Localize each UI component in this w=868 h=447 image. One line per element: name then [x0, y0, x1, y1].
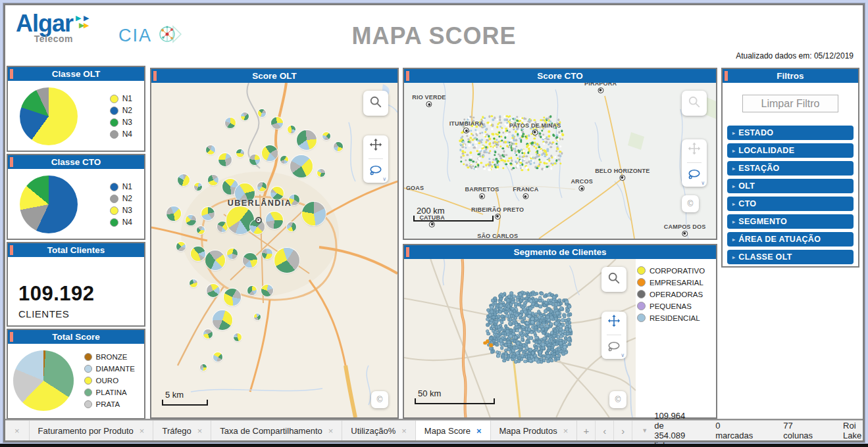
cluster-dot — [528, 315, 531, 318]
status-dropdown-caret-icon[interactable]: ▼ — [642, 421, 648, 440]
map-attribution-button[interactable]: © — [682, 195, 699, 212]
filter-button-area-de-atuacao[interactable]: ▸ÁREA DE ATUAÇÃO — [727, 232, 854, 247]
legend-item-n4: N4 — [110, 129, 132, 139]
filter-button-olt[interactable]: ▸OLT — [727, 179, 854, 193]
tab-taxa-de-compartilhamento[interactable]: Taxa de Compartilhamento× — [211, 421, 342, 440]
map-zoom-button[interactable] — [601, 267, 626, 292]
panel-total-clientes: Total Clientes 109.192 CLIENTES — [7, 242, 145, 327]
cluster-dot — [560, 307, 563, 310]
chevron-down-icon[interactable]: ∨ — [621, 352, 625, 358]
cluster-dot — [537, 329, 540, 333]
close-icon[interactable]: × — [563, 426, 569, 436]
legend-label: N3 — [122, 206, 132, 215]
legend-label: N4 — [122, 129, 132, 139]
filter-button-cto[interactable]: ▸CTO — [727, 197, 854, 211]
city-marker-icon — [479, 193, 485, 199]
close-icon[interactable]: × — [197, 426, 203, 436]
cluster-dot — [568, 305, 571, 308]
legend-label: DIAMANTE — [96, 365, 135, 373]
prev-tab-button[interactable]: ‹ — [596, 421, 614, 440]
cluster-dot — [486, 330, 490, 333]
cluster-dot — [509, 318, 512, 321]
legend-label: N4 — [122, 218, 132, 227]
cluster-dot — [515, 360, 518, 364]
tab-scrolled[interactable]: × — [5, 421, 30, 440]
legend-item-n2: N2 — [110, 194, 132, 203]
cluster-dot — [559, 342, 563, 345]
cluster-dot — [522, 344, 525, 347]
next-tab-button[interactable]: › — [614, 421, 632, 440]
cluster-dot — [523, 350, 526, 354]
scale-bar — [413, 216, 494, 222]
panel-header: Classe OLT — [8, 67, 144, 81]
panel-score-cto: Score CTO RIO VERDE — [403, 68, 717, 240]
map-pie-marker — [203, 329, 213, 339]
tab-mapa-produtos[interactable]: Mapa Produtos× — [491, 421, 578, 440]
classe-olt-pie-chart[interactable] — [20, 87, 78, 145]
map-zoom-button[interactable] — [682, 91, 707, 116]
score-olt-map-canvas[interactable]: UBERLÂNDIA ∨ 5 km © — [151, 83, 397, 417]
lasso-icon[interactable] — [687, 168, 702, 184]
cluster-dot — [567, 332, 570, 335]
segmento-map-canvas[interactable]: ∨ 50 km © — [404, 259, 636, 417]
cluster-dot — [558, 348, 561, 351]
filter-button-classe-olt[interactable]: ▸CLASSE OLT — [727, 250, 854, 264]
filter-button-estacao[interactable]: ▸ESTAÇÃO — [727, 161, 854, 176]
pan-icon[interactable] — [607, 314, 621, 330]
map-zoom-button[interactable] — [363, 91, 388, 116]
chevron-down-icon[interactable]: ∨ — [382, 176, 386, 182]
map-tools: ∨ — [682, 139, 707, 187]
legend-swatch — [110, 95, 118, 103]
tab-faturamento-por-produto[interactable]: Faturamento por Produto× — [30, 421, 154, 440]
lasso-icon[interactable] — [369, 164, 383, 180]
filter-button-localidade[interactable]: ▸LOCALIDADE — [727, 143, 854, 158]
lasso-icon[interactable] — [607, 341, 621, 356]
map-pie-marker — [205, 250, 225, 270]
cluster-dot — [500, 321, 503, 324]
score-cto-map-canvas[interactable]: RIO VERDEITUMBIARAPATOS DE MINASPIRAPORA… — [404, 83, 716, 239]
cluster-dot — [521, 338, 524, 341]
data-table-name: Roi Lake — [843, 421, 861, 440]
close-icon[interactable]: × — [14, 426, 20, 436]
close-icon[interactable]: × — [476, 426, 482, 436]
legend-item-bronze: BRONZE — [84, 353, 135, 361]
cluster-dot — [506, 330, 509, 333]
legend-swatch — [110, 195, 118, 203]
tab-mapa-score[interactable]: Mapa Score× — [416, 421, 491, 440]
close-icon[interactable]: × — [401, 426, 407, 436]
cluster-dot — [565, 328, 569, 331]
panel-filtros: Filtros Limpar Filtro ▸ESTADO▸LOCALIDADE… — [721, 68, 859, 268]
cluster-dot — [515, 314, 519, 317]
add-tab-button[interactable]: + — [577, 421, 596, 440]
pan-icon[interactable] — [688, 142, 701, 158]
cluster-dot — [503, 359, 506, 362]
filter-button-segmento[interactable]: ▸SEGMENTO — [727, 214, 854, 229]
tab-utilizacao[interactable]: Utilização%× — [342, 421, 416, 440]
panel-header: Score CTO — [404, 69, 716, 83]
filter-button-estado[interactable]: ▸ESTADO — [727, 126, 854, 140]
pan-icon[interactable] — [369, 138, 382, 154]
total-score-pie-chart[interactable] — [13, 350, 74, 411]
map-pie-marker — [226, 206, 254, 234]
tab-trafego[interactable]: Tráfego× — [153, 421, 211, 440]
classe-cto-pie-chart[interactable] — [20, 176, 78, 233]
city-label: BARRETOS — [465, 186, 499, 193]
chevron-down-icon[interactable]: ∨ — [701, 180, 705, 186]
scale-label: 200 km — [417, 206, 494, 216]
cluster-dot — [554, 306, 557, 310]
cluster-dot — [523, 317, 526, 320]
close-icon[interactable]: × — [328, 426, 334, 436]
search-icon — [607, 271, 621, 287]
cluster-dot — [542, 346, 545, 350]
map-attribution-button[interactable]: © — [371, 391, 388, 408]
header-accent — [10, 332, 13, 342]
map-pie-marker — [234, 333, 242, 341]
panel-header: Total Score — [8, 330, 144, 344]
legend-item-prata: PRATA — [84, 400, 135, 408]
clear-filter-button[interactable]: Limpar Filtro — [742, 95, 838, 112]
map-attribution-button[interactable]: © — [609, 391, 626, 408]
cluster-dot — [530, 337, 533, 340]
close-icon[interactable]: × — [140, 426, 145, 436]
outlier-dot — [489, 344, 493, 348]
cluster-dot — [553, 329, 557, 333]
